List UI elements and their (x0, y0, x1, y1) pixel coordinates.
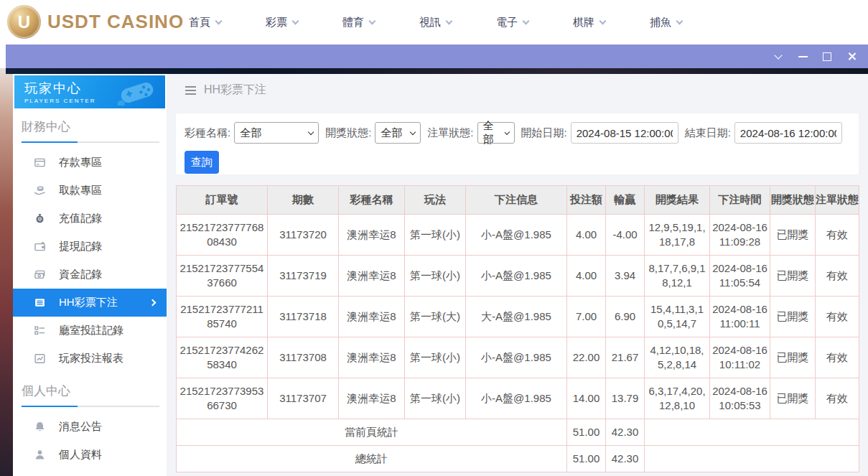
summary-bet-total: 51.00 (567, 419, 606, 446)
table-cell: 小-A盤@1.985 (466, 256, 567, 297)
table-cell: 15,4,11,3,10,5,14,7 (645, 297, 710, 337)
column-header: 下注時間 (710, 186, 770, 215)
withdraw-hand-icon (34, 185, 46, 197)
table-cell: 13.79 (606, 378, 645, 419)
start-date-label: 開始日期: (521, 126, 567, 140)
nav-item-home[interactable]: 首頁 (189, 16, 221, 29)
select-arrow-icon (308, 129, 314, 134)
sidebar-section-label: 個人中心 (22, 383, 158, 399)
column-header: 注單狀態 (816, 186, 859, 215)
hamburger-menu-icon[interactable] (185, 86, 196, 95)
start-date-input[interactable] (571, 122, 678, 144)
usdt-casino-logo[interactable]: U USDT CASINO (7, 5, 184, 39)
nav-item-label: 捕魚 (650, 16, 671, 29)
table-cell: 31173707 (268, 378, 339, 419)
table-cell: 澳洲幸运8 (339, 256, 405, 297)
nav-item-live[interactable]: 視訊 (419, 16, 452, 29)
column-header: 玩法 (405, 186, 466, 215)
sidebar-item-announcements[interactable]: 消息公告 (13, 413, 167, 441)
order-status-label: 注單狀態: (427, 126, 473, 140)
report-chart-icon (34, 353, 46, 365)
table-cell: 澳洲幸运8 (339, 215, 405, 256)
table-cell: 14.00 (567, 378, 606, 419)
table-row: 215217237742625834031173708澳洲幸运8第一球(小)小-… (177, 337, 859, 378)
maximize-icon[interactable] (818, 48, 836, 65)
sidebar-item-label: 個人資料 (59, 448, 102, 462)
chevron-down-icon[interactable] (769, 48, 788, 65)
deposit-card-icon (34, 157, 46, 169)
sidebar-item-label: 存款專區 (59, 156, 102, 169)
filter-panel: 彩種名稱: 全部 開獎狀態: 全部 注單狀態: 全部 開始日期: 結束日期: 查… (176, 113, 859, 174)
table-row: 215217237772118574031173718澳洲幸运8第一球(大)大-… (177, 297, 859, 337)
money-bag-icon (34, 213, 46, 225)
table-cell: -4.00 (606, 215, 645, 256)
logo-text: USDT CASINO (47, 11, 184, 33)
table-cell: 2024-08-16 11:00:11 (710, 297, 770, 337)
nav-item-cards[interactable]: 棋牌 (573, 16, 605, 29)
page-title: HH彩票下注 (204, 83, 266, 98)
section-divider (22, 141, 159, 143)
select-arrow-icon (410, 129, 416, 134)
bets-table-card: 訂單號期數彩種名稱玩法下注信息投注額輸贏開獎結果下注時間開獎狀態注單狀態2152… (176, 185, 859, 472)
person-icon (34, 449, 46, 461)
table-cell: 2152172377776808430 (177, 215, 268, 256)
table-cell: 小-A盤@1.985 (466, 337, 567, 378)
bell-icon (34, 421, 46, 433)
minimize-icon[interactable] (793, 48, 812, 65)
chevron-down-icon (292, 17, 299, 24)
table-cell: 2152172377721185740 (177, 297, 268, 337)
bets-table: 訂單號期數彩種名稱玩法下注信息投注額輸贏開獎結果下注時間開獎狀態注單狀態2152… (176, 185, 859, 472)
room-record-icon (34, 325, 46, 337)
table-cell: 大-A盤@1.985 (466, 297, 567, 337)
table-cell: 第一球(小) (405, 256, 466, 297)
summary-empty (645, 446, 859, 472)
sidebar-section-label: 財務中心 (22, 118, 158, 135)
lottery-name-select[interactable]: 全部 (234, 122, 319, 144)
chevron-down-icon (369, 17, 376, 24)
table-cell: 已開獎 (770, 256, 816, 297)
table-cell: 6,3,17,4,20,12,8,10 (645, 378, 710, 419)
table-cell: 第一球(大) (405, 297, 466, 337)
table-cell: 有效 (816, 215, 859, 256)
column-header: 彩種名稱 (339, 186, 405, 215)
table-cell: 3.94 (606, 256, 645, 297)
chevron-down-icon (599, 17, 607, 24)
sidebar-item-hh-lottery-bets[interactable]: HH彩票下注 (13, 289, 167, 317)
window-titlebar (6, 45, 868, 68)
sidebar-item-recharge-records[interactable]: 充值記錄 (13, 205, 167, 233)
summary-win-total: 42.30 (606, 419, 645, 446)
column-header: 訂單號 (177, 186, 268, 215)
sidebar-item-label: 廳室投註記錄 (59, 324, 123, 337)
sidebar-item-withdrawal-records[interactable]: 提現記錄 (13, 233, 167, 261)
table-cell: 4,12,10,18,5,2,8,14 (645, 337, 710, 378)
nav-item-sports[interactable]: 體育 (342, 16, 375, 29)
draw-status-select[interactable]: 全部 (375, 122, 421, 144)
chevron-down-icon (676, 17, 683, 24)
sidebar-item-room-bet-records[interactable]: 廳室投註記錄 (13, 317, 167, 345)
table-cell: 7.00 (567, 297, 606, 337)
sidebar-item-label: 消息公告 (59, 420, 102, 434)
nav-item-label: 首頁 (189, 16, 210, 29)
sidebar-item-funds-records[interactable]: 資金記錄 (13, 261, 167, 289)
sidebar-item-player-bet-report[interactable]: 玩家投注報表 (13, 345, 167, 373)
end-date-input[interactable] (734, 122, 842, 144)
sidebar-item-profile[interactable]: 個人資料 (13, 441, 167, 469)
summary-row: 總統計51.0042.30 (177, 446, 859, 472)
sidebar-item-deposit-zone[interactable]: 存款專區 (13, 149, 167, 177)
search-button[interactable]: 查詢 (185, 151, 219, 174)
close-icon[interactable] (842, 48, 861, 65)
table-cell: 已開獎 (770, 215, 816, 256)
table-cell: 22.00 (567, 337, 606, 378)
nav-item-label: 體育 (342, 16, 364, 29)
sidebar-item-withdraw-zone[interactable]: 取款專區 (13, 177, 167, 205)
table-cell: 31173708 (268, 337, 339, 378)
table-cell: 有效 (816, 337, 859, 378)
table-cell: 2024-08-16 10:05:53 (710, 378, 770, 419)
order-status-select[interactable]: 全部 (477, 122, 515, 144)
table-cell: 已開獎 (770, 297, 816, 337)
nav-item-lottery[interactable]: 彩票 (266, 16, 298, 29)
nav-item-fishing[interactable]: 捕魚 (650, 16, 682, 29)
nav-item-slots[interactable]: 電子 (496, 16, 528, 29)
column-header: 投注額 (567, 186, 606, 215)
section-divider (22, 406, 159, 407)
